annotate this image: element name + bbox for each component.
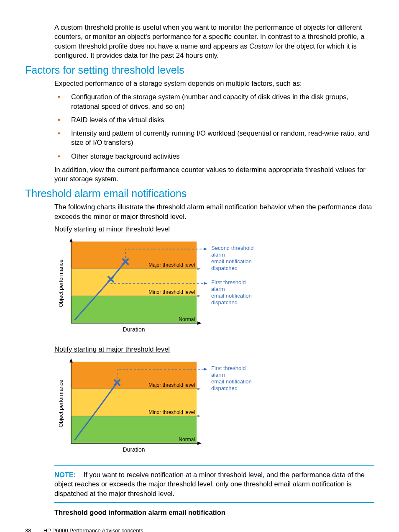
chart1-annot-mid-1: First threshold — [211, 279, 246, 285]
section-factors-heading: Factors for setting threshold levels — [25, 64, 374, 76]
factors-intro: Expected performance of a storage system… — [54, 79, 374, 88]
intro-italic: Custom — [249, 42, 273, 50]
svg-marker-4 — [69, 238, 73, 242]
chart1-annot-top-2: alarm — [211, 252, 225, 258]
chart2-normal-label: Normal — [179, 437, 195, 442]
threshold-intro: The following charts illustrate the thre… — [54, 202, 374, 221]
list-item: RAID levels of the virtual disks — [54, 115, 374, 124]
chart2: Normal Minor threshold level Major thres… — [54, 357, 374, 458]
chart1-major-label: Major threshold level — [148, 262, 195, 268]
svg-marker-25 — [197, 415, 201, 417]
svg-marker-23 — [197, 442, 202, 445]
list-item: Configuration of the storage system (num… — [54, 92, 374, 111]
factors-list: Configuration of the storage system (num… — [54, 92, 374, 161]
chart1-svg: Normal Minor threshold level Major thres… — [54, 237, 280, 338]
svg-marker-30 — [204, 368, 207, 370]
note-text: If you want to receive notification at a… — [54, 471, 365, 497]
footer-text: HP P6000 Performance Advisor concepts — [43, 527, 143, 532]
intro-paragraph: A custom threshold profile is useful whe… — [54, 23, 374, 60]
note-label: NOTE: — [54, 471, 76, 478]
list-item: Other storage background activities — [54, 152, 374, 161]
chart2-ylabel: Object performance — [58, 380, 64, 427]
page-footer: 38 HP P6000 Performance Advisor concepts — [25, 527, 374, 532]
factors-outro: In addition, view the current performanc… — [54, 165, 374, 184]
chart1-annot-top-3: email notification — [211, 258, 252, 265]
chart1-normal-label: Normal — [179, 316, 195, 322]
page-number: 38 — [25, 527, 42, 532]
chart2-xlabel: Duration — [123, 446, 145, 453]
chart1-caption: Notify starting at minor threshold level — [54, 225, 374, 233]
chart1-minor-label: Minor threshold level — [148, 289, 195, 295]
svg-marker-21 — [69, 358, 73, 362]
chart2-svg: Normal Minor threshold level Major thres… — [54, 357, 280, 458]
svg-marker-6 — [197, 321, 202, 325]
note-block: NOTE: If you want to receive notificatio… — [54, 465, 374, 503]
svg-rect-2 — [71, 296, 197, 323]
chart2-major-label: Major threshold level — [148, 382, 195, 388]
svg-marker-16 — [204, 248, 207, 250]
chart1-xlabel: Duration — [123, 326, 145, 333]
chart1-annot-mid-2: alarm — [211, 286, 225, 292]
svg-marker-8 — [197, 295, 201, 297]
chart2-annot-2: alarm — [211, 372, 225, 378]
chart1-annot-top-4: dispatched — [211, 265, 238, 271]
svg-marker-15 — [204, 282, 207, 285]
chart2-caption: Notify starting at major threshold level — [54, 345, 374, 353]
chart1-annot-mid-3: email notification — [211, 293, 252, 299]
chart1-annot-mid-4: dispatched — [211, 299, 238, 306]
chart1: Normal Minor threshold level Major thres… — [54, 237, 374, 338]
chart1-annot-top-1: Second threshold — [211, 245, 253, 251]
svg-marker-10 — [197, 267, 201, 270]
chart1-ylabel: Object performance — [58, 260, 64, 307]
threshold-good-heading: Threshold good information alarm email n… — [54, 509, 374, 517]
chart2-minor-label: Minor threshold level — [148, 409, 195, 415]
section-threshold-heading: Threshold alarm email notifications — [25, 188, 374, 200]
svg-marker-27 — [197, 388, 201, 390]
chart2-annot-4: dispatched — [211, 385, 238, 391]
list-item: Intensity and pattern of currently runni… — [54, 129, 374, 147]
chart2-annot-1: First threshold — [211, 365, 246, 371]
chart2-annot-3: email notification — [211, 378, 252, 385]
